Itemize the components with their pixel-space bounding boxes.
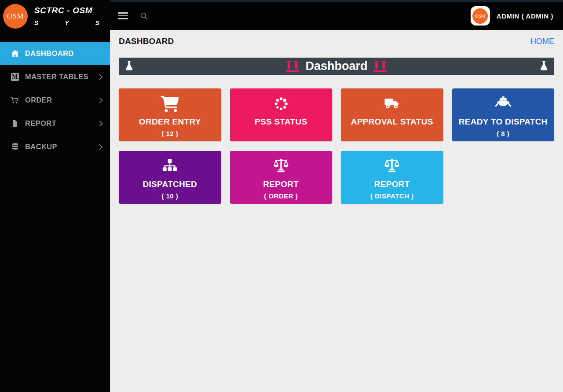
- database-icon: [9, 142, 21, 152]
- sidebar-item-report[interactable]: REPORT: [0, 112, 110, 135]
- sidebar: OSM SCTRC - OSM SYS DASHBOARD M MASTER T…: [0, 0, 110, 392]
- sidebar-item-order[interactable]: ORDER: [0, 88, 110, 112]
- chevron-right-icon: [99, 121, 103, 127]
- chevron-right-icon: [99, 144, 103, 150]
- tile-title: REPORT: [374, 180, 410, 189]
- sidebar-item-dashboard[interactable]: DASHBOARD: [0, 42, 110, 65]
- sidebar-item-label: REPORT: [25, 119, 56, 128]
- page-content: DASHBOARD HOME Dashboard: [110, 30, 563, 392]
- user-name: ADMIN ( ADMIN ): [497, 12, 553, 20]
- tile-title: REPORT: [263, 180, 299, 189]
- tile-title: ORDER ENTRY: [139, 117, 201, 127]
- spinner-icon: [273, 95, 289, 113]
- file-icon: [9, 118, 21, 129]
- cart-icon: [9, 95, 21, 106]
- tile-title: READY TO DISPATCH: [459, 117, 548, 127]
- home-link[interactable]: HOME: [530, 37, 554, 46]
- user-menu[interactable]: OSM ADMIN ( ADMIN ): [471, 6, 553, 26]
- dashboard-banner: Dashboard: [119, 58, 554, 75]
- sidebar-item-label: MASTER TABLES: [25, 73, 88, 81]
- tile-report-dispatch[interactable]: REPORT ( DISPATCH ): [341, 151, 443, 204]
- brand[interactable]: OSM SCTRC - OSM SYS: [0, 0, 110, 41]
- tile-ready-to-dispatch[interactable]: READY TO DISPATCH ( 8 ): [452, 88, 555, 141]
- tile-dispatched[interactable]: DISPATCHED ( 10 ): [119, 151, 221, 204]
- avatar: OSM: [471, 6, 490, 26]
- banner-title: Dashboard: [305, 59, 367, 73]
- brand-logo: OSM: [3, 4, 28, 29]
- tile-count: ( 8 ): [497, 130, 509, 138]
- flask-icon: [538, 60, 549, 73]
- search-icon[interactable]: [140, 12, 148, 20]
- sidebar-item-label: DASHBOARD: [25, 49, 74, 58]
- m-square-icon: M: [9, 72, 21, 82]
- sidebar-item-label: BACKUP: [25, 143, 57, 151]
- flask-icon: [124, 60, 135, 73]
- ship-icon: [494, 95, 512, 113]
- tile-count: ( 12 ): [161, 130, 178, 138]
- avatar-logo: OSM: [472, 8, 488, 24]
- vials-icon: [285, 60, 300, 73]
- sidebar-nav: DASHBOARD M MASTER TABLES ORDER: [0, 42, 110, 158]
- chevron-right-icon: [99, 74, 103, 80]
- sidebar-item-master-tables[interactable]: M MASTER TABLES: [0, 65, 110, 88]
- brand-text: SCTRC - OSM SYS: [34, 4, 126, 26]
- home-icon: [9, 48, 21, 59]
- brand-subtitle: SYS: [34, 19, 126, 26]
- page-title: DASHBOARD: [119, 37, 174, 46]
- sitemap-icon: [161, 157, 179, 176]
- balance-scale-icon: [271, 157, 291, 176]
- tile-approval-status[interactable]: APPROVAL STATUS: [341, 88, 443, 141]
- sidebar-item-backup[interactable]: BACKUP: [0, 135, 110, 158]
- tile-count: ( DISPATCH ): [370, 192, 414, 200]
- top-header: OSM ADMIN ( ADMIN ): [110, 2, 563, 30]
- tile-count: ( 10 ): [161, 192, 178, 200]
- tile-pss-status[interactable]: PSS STATUS: [230, 88, 333, 141]
- tile-grid: ORDER ENTRY ( 12 ) PSS STATUS: [119, 88, 554, 204]
- tile-title: PSS STATUS: [255, 117, 307, 127]
- sidebar-item-label: ORDER: [25, 96, 52, 104]
- shopping-cart-icon: [161, 95, 179, 113]
- tile-title: APPROVAL STATUS: [351, 117, 433, 127]
- tile-title: DISPATCHED: [143, 180, 197, 189]
- chevron-right-icon: [99, 97, 103, 103]
- tile-report-order[interactable]: REPORT ( ORDER ): [230, 151, 333, 204]
- truck-icon: [382, 95, 402, 113]
- brand-title: SCTRC - OSM: [34, 6, 126, 15]
- tile-order-entry[interactable]: ORDER ENTRY ( 12 ): [119, 88, 221, 141]
- balance-scale-icon: [382, 157, 402, 176]
- tile-count: ( ORDER ): [264, 192, 298, 200]
- vials-icon: [373, 60, 388, 73]
- main-area: OSM ADMIN ( ADMIN ) DASHBOARD HOME: [110, 0, 563, 392]
- page-head: DASHBOARD HOME: [119, 37, 554, 46]
